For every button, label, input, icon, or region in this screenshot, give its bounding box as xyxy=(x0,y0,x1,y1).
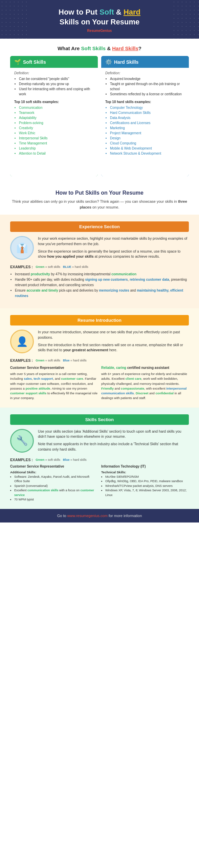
resume-intro-example-left: Customer Service Representative with ove… xyxy=(10,365,98,401)
title-and: & xyxy=(114,8,124,16)
skills-example-left-subtitle: Additional Skills: xyxy=(10,470,98,474)
list-item: Software: Zendesk, Kayako, Parcel Audit,… xyxy=(14,475,98,484)
resume-intro-content: 👤 In your resume introduction, showcase … xyxy=(10,330,189,355)
list-item: Mobile & Web Development xyxy=(110,146,185,151)
resume-intro-examples: Customer Service Representative with ove… xyxy=(10,365,189,401)
hard-skills-body: Definition: Acquired knowledge Taught or… xyxy=(101,68,189,176)
soft-def-item: Used for interacting with others and cop… xyxy=(19,86,94,97)
hard-def-label: Definition: xyxy=(105,71,185,75)
list-item: Cloud Computing xyxy=(110,141,185,146)
experience-text: In your work experience section, highlig… xyxy=(38,236,189,261)
hard-examples-label: Top 10 hard skills examples: xyxy=(105,100,185,104)
footer-text2: for more information xyxy=(109,514,142,518)
examples-label: EXAMPLES : xyxy=(10,265,33,269)
list-item: Adaptability xyxy=(19,115,94,120)
skills-example-right-subtitle: Technical Skills: xyxy=(101,470,189,474)
examples-label: EXAMPLES : xyxy=(10,358,33,362)
skills-para2: Note that some applicants in the tech in… xyxy=(38,441,189,452)
list-item: Network Structure & Development xyxy=(110,151,185,156)
what-section: What Are Soft Skills & Hard Skills? 🌱 So… xyxy=(0,39,199,183)
header-bg-left xyxy=(0,0,27,39)
title-part1: How to Put xyxy=(59,8,100,16)
hard-def-item: Taught or gained through on-the-job trai… xyxy=(110,81,185,92)
resume-intro-text: In your resume introduction, showcase on… xyxy=(38,330,189,355)
what-title-part1: What Are xyxy=(58,45,81,51)
skills-example-right-title: Information Technology (IT) xyxy=(101,465,189,468)
resume-intro-section: Resume Introduction 👤 In your resume int… xyxy=(0,308,199,408)
hard-skills-icon: ⚙️ xyxy=(105,59,112,65)
legend-blue: Blue = hard skills xyxy=(63,458,87,461)
experience-para2: Since the experience section is generall… xyxy=(38,249,189,260)
list-item: Hard Communication Skills xyxy=(110,110,185,115)
what-title-and: & xyxy=(106,45,112,51)
soft-skills-title: Soft Skills xyxy=(23,59,46,65)
experience-content: 👔 In your work experience section, highl… xyxy=(10,236,189,261)
resume-intro-example-right: Reliable, caring certified nursing assis… xyxy=(101,365,189,401)
what-title-hard: Hard Skills xyxy=(112,45,138,51)
experience-para1: In your work experience section, highlig… xyxy=(38,236,189,247)
page-title: How to Put Soft & Hard Skills on Your Re… xyxy=(14,7,185,27)
hard-skills-list: Computer Technology Hard Communication S… xyxy=(105,105,185,156)
hard-skills-header: ⚙️ Hard Skills xyxy=(101,56,189,68)
how-title: How to Put Skills on Your Resume xyxy=(10,190,189,196)
hard-def-item: Acquired knowledge xyxy=(110,76,185,81)
skills-example-left: Customer Service Representative Addition… xyxy=(10,465,98,502)
skills-image: 🔧 xyxy=(10,429,34,453)
brand: ResumeGenius xyxy=(14,29,185,33)
footer-link[interactable]: www.resumegenius.com xyxy=(67,514,108,518)
list-item: Ollydbg, WinDbg, OBD, IDA Pro, PEID, mal… xyxy=(105,479,189,484)
experience-image: 👔 xyxy=(10,236,34,260)
soft-definition-list: Can be considered "people skills" Develo… xyxy=(14,76,94,97)
list-item: McAfee SIEM/EPO/NSM xyxy=(105,475,189,479)
list-item: Marketing xyxy=(110,125,185,131)
hard-skills-column: ⚙️ Hard Skills Definition: Acquired know… xyxy=(101,56,189,176)
list-item: Computer Technology xyxy=(110,105,185,110)
skills-examples-bar: EXAMPLES : Green = soft skills Blue = ha… xyxy=(10,458,189,462)
legend-green: Green = soft skills xyxy=(36,458,60,461)
what-title-end: ? xyxy=(138,45,141,51)
page: How to Put Soft & Hard Skills on Your Re… xyxy=(0,0,199,522)
experience-header: Experience Section xyxy=(10,221,189,232)
legend-green: Green = soft skills xyxy=(36,265,60,269)
skills-examples: Customer Service Representative Addition… xyxy=(10,465,189,502)
list-item: Interpersonal Skills xyxy=(19,136,94,141)
soft-skills-body: Definition: Can be considered "people sk… xyxy=(10,68,98,176)
example-left-title: Customer Service Representative xyxy=(10,365,98,370)
title-hard: Hard xyxy=(124,8,140,16)
list-item: Design xyxy=(110,136,185,141)
resume-intro-header: Resume Introduction xyxy=(10,315,189,326)
soft-def-item: Develop naturally as you grow up xyxy=(19,81,94,86)
list-item: Spanish (conversational) xyxy=(14,484,98,489)
list-item: Teamwork xyxy=(19,110,94,115)
hard-definition-list: Acquired knowledge Taught or gained thro… xyxy=(105,76,185,97)
title-part2: Skills on Your Resume xyxy=(60,18,139,26)
resume-intro-subsection: Resume Introduction 👤 In your resume int… xyxy=(10,315,189,401)
what-title-soft: Soft Skills xyxy=(81,45,106,51)
hard-skills-title: Hard Skills xyxy=(114,59,138,65)
how-subtitle: Think your abilities can only go in your… xyxy=(10,199,189,210)
list-item: Wireshark/TCPview packet analysis, DNS s… xyxy=(105,484,189,489)
list-item: 70 WPM typist xyxy=(14,497,98,502)
example-right-title: Reliable, caring certified nursing assis… xyxy=(101,365,189,370)
resume-intro-para1: In your resume introduction, showcase on… xyxy=(38,330,189,340)
legend-blue: Blue = hard skills xyxy=(63,359,87,362)
soft-examples-label: Top 10 soft skills examples: xyxy=(14,100,94,104)
list-item: Increased productivity by 47% by increas… xyxy=(15,272,189,277)
experience-subsection: Experience Section 👔 In your work experi… xyxy=(10,221,189,299)
example-left-body: with over 5 years of experience in a cal… xyxy=(10,372,97,400)
skills-subsection: Skills Section 🔧 Use your skills section… xyxy=(10,414,189,502)
skills-table: 🌱 Soft Skills Definition: Can be conside… xyxy=(10,56,189,176)
how-section: How to Put Skills on Your Resume Think y… xyxy=(0,183,199,215)
soft-skills-header: 🌱 Soft Skills xyxy=(10,56,98,68)
header-bg-right xyxy=(172,0,199,39)
experience-bullets: Increased productivity by 47% by increas… xyxy=(15,272,189,299)
list-item: Work Ethic xyxy=(19,131,94,136)
skills-para1: Use your skills section (aka 'Additional… xyxy=(38,429,189,440)
example-right-body: with 6+ years of experience caring for e… xyxy=(101,372,187,400)
experience-examples-bar: EXAMPLES : Green = soft skills BLUE = ha… xyxy=(10,265,189,269)
list-item: Windows XP, Vista, 7, 8; Windows Server … xyxy=(105,488,189,497)
soft-skills-list: Communication Teamwork Adaptability Prob… xyxy=(14,105,94,156)
skills-example-left-list: Software: Zendesk, Kayako, Parcel Audit,… xyxy=(14,475,98,502)
resume-intro-para2: Since the introduction is the first sect… xyxy=(38,342,189,353)
footer-text: Go to xyxy=(57,514,67,518)
